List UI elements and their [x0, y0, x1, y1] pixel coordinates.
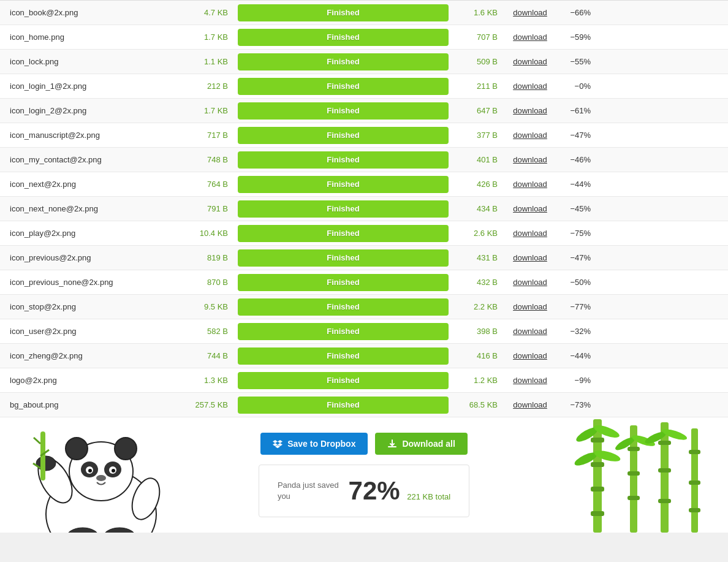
svg-point-13 [96, 475, 106, 481]
bamboo-illustration [556, 419, 728, 533]
download-cell[interactable]: download [502, 327, 558, 336]
file-table: icon_book@2x.png 4.7 KB Finished 1.6 KB … [0, 0, 728, 417]
svg-point-11 [88, 469, 92, 473]
progress-cell: Finished [233, 151, 453, 169]
progress-cell: Finished [233, 78, 453, 95]
download-all-button-label: Download all [402, 439, 455, 449]
download-cell[interactable]: download [502, 278, 558, 287]
download-link[interactable]: download [513, 400, 547, 409]
filename-cell: icon_home.png [0, 32, 190, 42]
filename-cell: icon_book@2x.png [0, 8, 190, 17]
download-link[interactable]: download [513, 32, 547, 42]
svg-point-5 [66, 438, 88, 460]
saving-cell: −47% [558, 253, 601, 262]
origsize-cell: 4.7 KB [190, 8, 233, 17]
progress-label: Finished [327, 278, 359, 287]
download-cell[interactable]: download [502, 32, 558, 42]
download-cell[interactable]: download [502, 204, 558, 213]
newsize-cell: 426 B [453, 180, 502, 189]
progress-bar: Finished [238, 249, 449, 267]
origsize-cell: 870 B [190, 278, 233, 287]
newsize-cell: 2.2 KB [453, 302, 502, 311]
savings-percent-value: 72% 221 KB total [349, 476, 451, 506]
table-row: icon_zheng@2x.png 744 B Finished 416 B d… [0, 344, 728, 368]
table-row: icon_home.png 1.7 KB Finished 707 B down… [0, 25, 728, 50]
action-buttons: Save to Dropbox Download all [260, 433, 468, 455]
progress-label: Finished [327, 302, 359, 311]
progress-bar: Finished [238, 274, 449, 291]
svg-rect-37 [658, 468, 671, 473]
saving-cell: −32% [558, 327, 601, 336]
progress-label: Finished [327, 82, 359, 91]
download-link[interactable]: download [513, 327, 547, 336]
download-cell[interactable]: download [502, 400, 558, 409]
filename-cell: icon_stop@2x.png [0, 302, 190, 311]
download-cell[interactable]: download [502, 8, 558, 17]
savings-line2: you [278, 492, 290, 501]
progress-bar: Finished [238, 298, 449, 316]
saving-cell: −44% [558, 351, 601, 360]
download-cell[interactable]: download [502, 180, 558, 189]
origsize-cell: 1.7 KB [190, 106, 233, 115]
origsize-cell: 1.1 KB [190, 57, 233, 66]
download-link[interactable]: download [513, 302, 547, 311]
filename-cell: icon_previous_none@2x.png [0, 278, 190, 287]
newsize-cell: 68.5 KB [453, 400, 502, 409]
download-link[interactable]: download [513, 204, 547, 213]
saving-cell: −46% [558, 155, 601, 164]
svg-rect-36 [658, 441, 671, 445]
table-row: icon_play@2x.png 10.4 KB Finished 2.6 KB… [0, 221, 728, 246]
newsize-cell: 416 B [453, 351, 502, 360]
download-link[interactable]: download [513, 57, 547, 66]
table-row: icon_user@2x.png 582 B Finished 398 B do… [0, 319, 728, 344]
save-to-dropbox-button[interactable]: Save to Dropbox [260, 433, 368, 455]
table-row: icon_login_1@2x.png 212 B Finished 211 B… [0, 74, 728, 99]
saving-cell: −45% [558, 204, 601, 213]
filename-cell: logo@2x.png [0, 376, 190, 385]
download-cell[interactable]: download [502, 131, 558, 140]
download-cell[interactable]: download [502, 106, 558, 115]
saving-cell: −55% [558, 57, 601, 66]
download-link[interactable]: download [513, 82, 547, 91]
download-cell[interactable]: download [502, 229, 558, 238]
progress-bar: Finished [238, 29, 449, 46]
download-all-button[interactable]: Download all [375, 433, 467, 455]
progress-cell: Finished [233, 298, 453, 316]
filename-cell: icon_login_1@2x.png [0, 82, 190, 91]
origsize-cell: 717 B [190, 131, 233, 140]
progress-cell: Finished [233, 127, 453, 144]
download-link[interactable]: download [513, 180, 547, 189]
download-cell[interactable]: download [502, 351, 558, 360]
filename-cell: icon_previous@2x.png [0, 253, 190, 262]
bottom-section: Save to Dropbox Download all Panda just … [0, 417, 728, 533]
download-link[interactable]: download [513, 106, 547, 115]
origsize-cell: 819 B [190, 253, 233, 262]
table-row: icon_next@2x.png 764 B Finished 426 B do… [0, 172, 728, 197]
table-row: icon_stop@2x.png 9.5 KB Finished 2.2 KB … [0, 295, 728, 319]
progress-cell: Finished [233, 372, 453, 389]
download-link[interactable]: download [513, 253, 547, 262]
progress-bar: Finished [238, 53, 449, 70]
download-link[interactable]: download [513, 229, 547, 238]
origsize-cell: 10.4 KB [190, 229, 233, 238]
origsize-cell: 744 B [190, 351, 233, 360]
progress-bar: Finished [238, 4, 449, 21]
download-cell[interactable]: download [502, 376, 558, 385]
download-link[interactable]: download [513, 376, 547, 385]
progress-bar: Finished [238, 78, 449, 95]
progress-cell: Finished [233, 53, 453, 70]
download-link[interactable]: download [513, 8, 547, 17]
download-link[interactable]: download [513, 278, 547, 287]
download-link[interactable]: download [513, 351, 547, 360]
progress-label: Finished [327, 376, 359, 385]
download-cell[interactable]: download [502, 82, 558, 91]
progress-bar: Finished [238, 225, 449, 242]
download-link[interactable]: download [513, 131, 547, 140]
download-cell[interactable]: download [502, 155, 558, 164]
download-link[interactable]: download [513, 155, 547, 164]
download-cell[interactable]: download [502, 253, 558, 262]
progress-cell: Finished [233, 225, 453, 242]
download-cell[interactable]: download [502, 302, 558, 311]
progress-bar: Finished [238, 127, 449, 144]
download-cell[interactable]: download [502, 57, 558, 66]
